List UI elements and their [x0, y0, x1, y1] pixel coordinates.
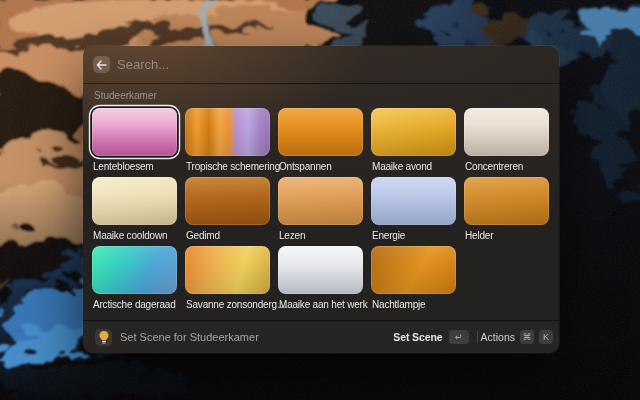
- scene-label: Arctische dageraad: [93, 298, 177, 311]
- footer-divider: [477, 331, 478, 343]
- scene-label: Gedimd: [186, 229, 270, 242]
- scene-card[interactable]: [278, 246, 363, 294]
- scene-card[interactable]: [371, 108, 456, 156]
- scene-card[interactable]: [92, 246, 177, 294]
- scene-card[interactable]: [371, 177, 456, 225]
- scene-card[interactable]: [92, 108, 177, 156]
- scene-card[interactable]: [185, 108, 270, 156]
- scene-label: Maaike aan het werk: [279, 298, 363, 311]
- scene-cell: Concentreren: [464, 108, 549, 173]
- scene-label: Ontspannen: [279, 160, 363, 173]
- k-key-badge: K: [539, 330, 553, 344]
- scene-picker-window: Search... Studeerkamer LentebloesemTropi…: [83, 46, 559, 353]
- scene-list: Studeerkamer LentebloesemTropische schem…: [83, 84, 559, 311]
- scene-cell: Energie: [371, 177, 456, 242]
- footer-status: Set Scene for Studeerkamer: [120, 331, 259, 343]
- scene-label: Helder: [465, 229, 549, 242]
- scene-card[interactable]: [464, 177, 549, 225]
- scene-cell: Nachtlampje: [371, 246, 456, 311]
- arrow-left-icon: [96, 60, 107, 70]
- scene-label: Lezen: [279, 229, 363, 242]
- cmd-key-badge: ⌘: [520, 330, 534, 344]
- back-button[interactable]: [93, 56, 110, 73]
- scene-card[interactable]: [278, 108, 363, 156]
- scene-cell: Tropische schemering: [185, 108, 270, 173]
- scene-card[interactable]: [185, 177, 270, 225]
- scene-label: Energie: [372, 229, 456, 242]
- scene-label: Lentebloesem: [93, 160, 177, 173]
- scene-cell: Lentebloesem: [92, 108, 177, 173]
- scene-cell: Lezen: [278, 177, 363, 242]
- scene-cell: Maaike cooldown: [92, 177, 177, 242]
- scene-cell: Gedimd: [185, 177, 270, 242]
- scene-card[interactable]: [92, 177, 177, 225]
- section-title: Studeerkamer: [94, 90, 550, 102]
- scene-cell: Ontspannen: [278, 108, 363, 173]
- scene-cell: Maaike aan het werk: [278, 246, 363, 311]
- scene-grid: LentebloesemTropische schemeringOntspann…: [92, 108, 550, 311]
- scene-cell: Arctische dageraad: [92, 246, 177, 311]
- scene-label: Concentreren: [465, 160, 549, 173]
- search-input[interactable]: Search...: [117, 57, 169, 72]
- scene-card[interactable]: [278, 177, 363, 225]
- scene-label: Maaike cooldown: [93, 229, 177, 242]
- scene-card[interactable]: [185, 246, 270, 294]
- scene-label: Tropische schemering: [186, 160, 270, 173]
- return-key-badge: ↵: [449, 330, 469, 344]
- scene-label: Maaike avond: [372, 160, 456, 173]
- footer-bar: Set Scene for Studeerkamer Set Scene ↵ A…: [83, 320, 559, 353]
- actions-button[interactable]: Actions: [481, 331, 515, 343]
- lightbulb-icon: [95, 329, 112, 346]
- scene-label: Savanne zonsonderg…: [186, 298, 270, 311]
- set-scene-button[interactable]: Set Scene: [393, 331, 442, 343]
- scene-cell: Savanne zonsonderg…: [185, 246, 270, 311]
- scene-card[interactable]: [464, 108, 549, 156]
- scene-card[interactable]: [371, 246, 456, 294]
- scene-cell: Helder: [464, 177, 549, 242]
- scene-label: Nachtlampje: [372, 298, 456, 311]
- scene-cell: Maaike avond: [371, 108, 456, 173]
- search-bar: Search...: [83, 46, 559, 84]
